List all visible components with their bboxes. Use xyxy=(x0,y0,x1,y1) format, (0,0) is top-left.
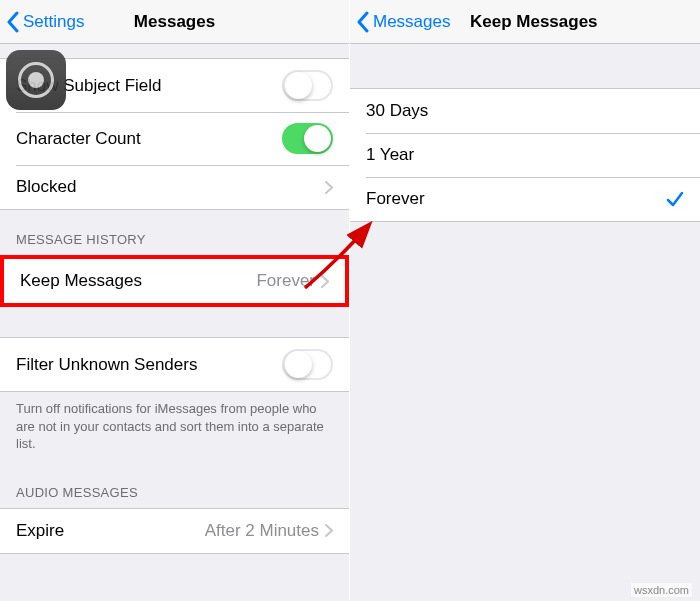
header-audio-messages: AUDIO MESSAGES xyxy=(0,463,349,508)
chevron-left-icon xyxy=(6,11,19,33)
chevron-right-icon xyxy=(325,181,333,194)
option-30-days[interactable]: 30 Days xyxy=(350,89,700,133)
keep-messages-pane: Messages Keep Messages 30 Days 1 Year Fo… xyxy=(350,0,700,601)
messages-settings-pane: Settings Messages Show Subject Field Cha… xyxy=(0,0,350,601)
chevron-right-icon xyxy=(321,275,329,288)
keep-messages-options: 30 Days 1 Year Forever xyxy=(350,88,700,222)
back-label: Messages xyxy=(373,12,450,32)
switch-subject-field[interactable] xyxy=(282,70,333,101)
option-1-year[interactable]: 1 Year xyxy=(350,133,700,177)
back-button-messages[interactable]: Messages xyxy=(350,11,450,33)
footer-filter-unknown: Turn off notifications for iMessages fro… xyxy=(0,392,349,463)
back-button-settings[interactable]: Settings xyxy=(0,11,84,33)
navbar-right: Messages Keep Messages xyxy=(350,0,700,44)
settings-list-filter: Filter Unknown Senders xyxy=(0,337,349,392)
navbar-left: Settings Messages xyxy=(0,0,349,44)
row-character-count[interactable]: Character Count xyxy=(0,112,349,165)
watermark: wsxdn.com xyxy=(631,583,692,597)
chevron-right-icon xyxy=(325,524,333,537)
option-forever[interactable]: Forever xyxy=(350,177,700,221)
row-keep-messages[interactable]: Keep Messages Forever xyxy=(4,259,345,303)
back-label: Settings xyxy=(23,12,84,32)
header-message-history: MESSAGE HISTORY xyxy=(0,210,349,255)
row-expire[interactable]: Expire After 2 Minutes xyxy=(0,509,349,553)
checkmark-icon xyxy=(666,190,684,208)
option-label: 1 Year xyxy=(366,145,684,165)
chevron-left-icon xyxy=(356,11,369,33)
switch-filter-unknown[interactable] xyxy=(282,349,333,380)
label-blocked: Blocked xyxy=(16,177,325,197)
label-filter-unknown: Filter Unknown Senders xyxy=(16,355,282,375)
option-label: Forever xyxy=(366,189,666,209)
highlight-keep-messages: Keep Messages Forever xyxy=(0,255,349,307)
value-keep-messages: Forever xyxy=(256,271,315,291)
settings-list-audio: Expire After 2 Minutes xyxy=(0,508,349,554)
label-charcount: Character Count xyxy=(16,129,282,149)
row-blocked[interactable]: Blocked xyxy=(0,165,349,209)
assistive-touch-icon[interactable] xyxy=(6,50,66,110)
option-label: 30 Days xyxy=(366,101,684,121)
value-expire: After 2 Minutes xyxy=(205,521,319,541)
label-keep-messages: Keep Messages xyxy=(20,271,256,291)
label-expire: Expire xyxy=(16,521,205,541)
row-filter-unknown[interactable]: Filter Unknown Senders xyxy=(0,338,349,391)
switch-character-count[interactable] xyxy=(282,123,333,154)
